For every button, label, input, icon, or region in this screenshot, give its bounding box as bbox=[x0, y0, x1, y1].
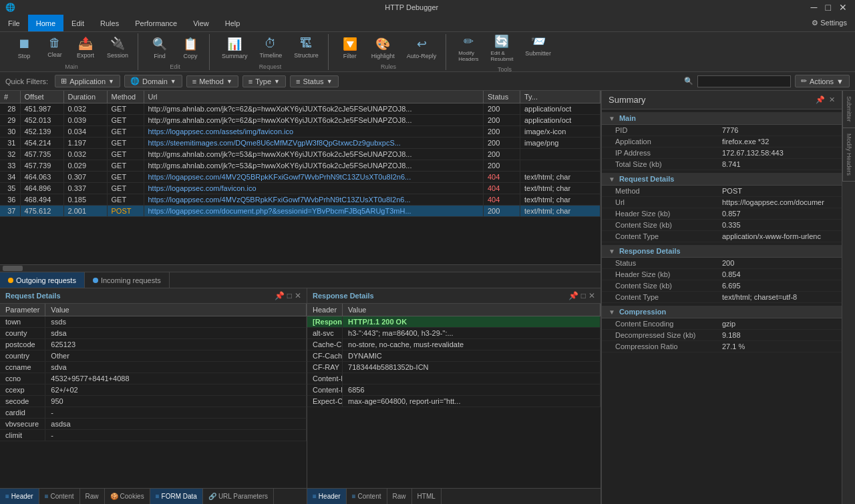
modify-headers-side-btn[interactable]: Modify Headers bbox=[842, 128, 855, 182]
request-row[interactable]: ccno 4532+9577+8441+4088 bbox=[0, 373, 307, 385]
resp-tab-header[interactable]: ≡ Header bbox=[307, 489, 347, 504]
minimize-button[interactable]: ─ bbox=[808, 2, 820, 13]
request-row[interactable]: postcode 625123 bbox=[0, 339, 307, 350]
table-row[interactable]: 31 454.214 1.197 GET https://steemitimag… bbox=[0, 138, 601, 149]
response-row[interactable]: alt-svc h3-":443"; ma=86400, h3-29-":... bbox=[307, 328, 601, 339]
submitter-side-btn[interactable]: Submitter bbox=[842, 91, 855, 128]
request-row[interactable]: climit - bbox=[0, 430, 307, 441]
modify-headers-button[interactable]: ✏ ModifyHeaders bbox=[453, 31, 484, 65]
resp-tab-content[interactable]: ≡ Content bbox=[347, 489, 387, 504]
response-row[interactable]: Content-Encoding bbox=[307, 373, 601, 385]
domain-filter[interactable]: 🌐 Domain ▼ bbox=[124, 75, 182, 87]
pin-button[interactable]: 📌 bbox=[275, 291, 285, 300]
type-filter[interactable]: ≡ Type ▼ bbox=[242, 75, 286, 87]
table-row[interactable]: 37 475.612 2.001 POST https://logappsec.… bbox=[0, 206, 601, 217]
request-row[interactable]: ccexp 62+/+02 bbox=[0, 385, 307, 396]
stop-button[interactable]: ⏹ Stop bbox=[9, 33, 39, 62]
pin-summary-button[interactable]: 📌 bbox=[816, 95, 825, 104]
search-area: 🔍 bbox=[684, 75, 791, 87]
req-tab-content[interactable]: ≡ Content bbox=[39, 489, 80, 504]
req-tab-formdata[interactable]: ≡ FORM Data bbox=[150, 489, 203, 504]
horizontal-scrollbar[interactable] bbox=[0, 264, 601, 272]
req-value: - bbox=[45, 407, 307, 419]
menu-view[interactable]: View bbox=[185, 15, 217, 31]
close-button[interactable]: ✕ bbox=[836, 2, 850, 13]
request-row[interactable]: ccname sdva bbox=[0, 362, 307, 373]
request-row[interactable]: town ssds bbox=[0, 316, 307, 328]
table-row[interactable]: 33 457.739 0.029 GET http://gms.ahnlab.c… bbox=[0, 160, 601, 172]
request-row[interactable]: county sdsa bbox=[0, 328, 307, 339]
response-row[interactable]: CF-Cache-Status DYNAMIC bbox=[307, 350, 601, 362]
request-row[interactable]: secode 950 bbox=[0, 396, 307, 407]
request-row[interactable]: cardid - bbox=[0, 407, 307, 419]
highlight-button[interactable]: 🎨 Highlight bbox=[366, 34, 400, 62]
value-col-header: Value bbox=[45, 304, 307, 316]
resp-expand-button[interactable]: □ bbox=[581, 291, 586, 300]
filter-button[interactable]: 🔽 Filter bbox=[335, 34, 365, 62]
table-row[interactable]: 28 451.987 0.032 GET http://gms.ahnlab.c… bbox=[0, 103, 601, 115]
menu-help[interactable]: Help bbox=[217, 15, 248, 31]
copy-button[interactable]: 📋 Copy bbox=[176, 34, 205, 62]
response-row[interactable]: Cache-Control no-store, no-cache, must-r… bbox=[307, 339, 601, 350]
expand-button[interactable]: □ bbox=[287, 291, 292, 300]
req-tab-raw[interactable]: Raw bbox=[80, 489, 105, 504]
timeline-button[interactable]: ⏱ Timeline bbox=[254, 34, 288, 62]
req-tab-header[interactable]: ≡ Header bbox=[0, 489, 39, 504]
summary-button[interactable]: 📊 Summary bbox=[216, 34, 253, 62]
close-summary-button[interactable]: ✕ bbox=[829, 95, 835, 104]
search-input[interactable] bbox=[697, 75, 791, 87]
actions-button[interactable]: ✏ Actions ▼ bbox=[795, 75, 850, 87]
response-row[interactable]: CF-RAY 7183444b5881352b-ICN bbox=[307, 362, 601, 373]
table-row[interactable]: 35 464.896 0.337 GET https://logappsec.c… bbox=[0, 183, 601, 194]
menu-edit[interactable]: Edit bbox=[63, 15, 92, 31]
cell-url: http://gms.ahnlab.com/jk?c=53&p=hwwXoKY6… bbox=[144, 149, 484, 160]
request-row[interactable]: country Other bbox=[0, 350, 307, 362]
method-filter[interactable]: ≡ Method ▼ bbox=[186, 75, 238, 87]
application-filter[interactable]: ⊞ Application ▼ bbox=[55, 75, 120, 87]
resp-tab-html[interactable]: HTML bbox=[412, 489, 442, 504]
export-button[interactable]: 📤 Export bbox=[71, 33, 100, 62]
title-bar-controls[interactable]: ─ □ ✕ bbox=[808, 2, 850, 13]
incoming-requests-tab[interactable]: Incoming requests bbox=[85, 272, 170, 288]
menu-home[interactable]: Home bbox=[28, 15, 63, 31]
summary-value: 8.741 bbox=[722, 160, 828, 168]
auto-reply-button[interactable]: ↩ Auto-Reply bbox=[401, 34, 442, 62]
resp-pin-button[interactable]: 📌 bbox=[568, 291, 578, 300]
menu-performance[interactable]: Performance bbox=[127, 15, 185, 31]
maximize-button[interactable]: □ bbox=[823, 2, 834, 13]
section-header-response-details[interactable]: ▼ Response Details bbox=[602, 245, 842, 258]
summary-icon: 📊 bbox=[227, 37, 242, 51]
close-panel-button[interactable]: ✕ bbox=[295, 291, 301, 300]
table-row[interactable]: 36 468.494 0.185 GET https://logappsec.c… bbox=[0, 194, 601, 206]
cell-offset: 457.735 bbox=[20, 149, 63, 160]
request-row[interactable]: vbvsecure asdsa bbox=[0, 419, 307, 430]
session-button[interactable]: 🔌 Session bbox=[102, 33, 134, 62]
http-table-container: # Offset Duration Method Url Status Ty..… bbox=[0, 91, 601, 264]
menu-rules[interactable]: Rules bbox=[92, 15, 127, 31]
submitter-button[interactable]: 📨 Submitter bbox=[520, 31, 556, 65]
table-row[interactable]: 30 452.139 0.034 GET https://logappsec.c… bbox=[0, 126, 601, 138]
req-tab-urlparams[interactable]: 🔗 URL Parameters bbox=[203, 489, 274, 504]
response-row[interactable]: [Response] HTTP/1.1 200 OK bbox=[307, 316, 601, 328]
find-button[interactable]: 🔍 Find bbox=[145, 34, 174, 62]
menu-file[interactable]: File bbox=[0, 15, 28, 31]
status-filter[interactable]: ≡ Status ▼ bbox=[290, 75, 339, 87]
quick-filters-label: Quick Filters: bbox=[5, 77, 48, 85]
response-row[interactable]: Content-Length 6856 bbox=[307, 385, 601, 396]
section-header-compression[interactable]: ▼ Compression bbox=[602, 306, 842, 318]
structure-button[interactable]: 🏗 Structure bbox=[289, 34, 324, 62]
resp-tab-raw[interactable]: Raw bbox=[387, 489, 412, 504]
settings-button[interactable]: ⚙ Settings bbox=[804, 15, 855, 31]
clear-button[interactable]: 🗑 Clear bbox=[40, 33, 69, 62]
section-header-request-details[interactable]: ▼ Request Details bbox=[602, 173, 842, 186]
outgoing-requests-tab[interactable]: Outgoing requests bbox=[0, 272, 85, 288]
response-row[interactable]: Expect-CT max-age=604800, report-uri="ht… bbox=[307, 396, 601, 407]
cell-duration: 0.185 bbox=[63, 194, 107, 206]
table-row[interactable]: 34 464.063 0.307 GET https://logappsec.c… bbox=[0, 172, 601, 183]
edit-resubmit-button[interactable]: 🔄 Edit &Resubmit bbox=[486, 31, 519, 65]
table-row[interactable]: 29 452.013 0.039 GET http://gms.ahnlab.c… bbox=[0, 115, 601, 126]
table-row[interactable]: 32 457.735 0.032 GET http://gms.ahnlab.c… bbox=[0, 149, 601, 160]
section-header-main[interactable]: ▼ Main bbox=[602, 112, 842, 125]
req-tab-cookies[interactable]: 🍪 Cookies bbox=[105, 489, 150, 504]
resp-close-button[interactable]: ✕ bbox=[588, 291, 595, 300]
